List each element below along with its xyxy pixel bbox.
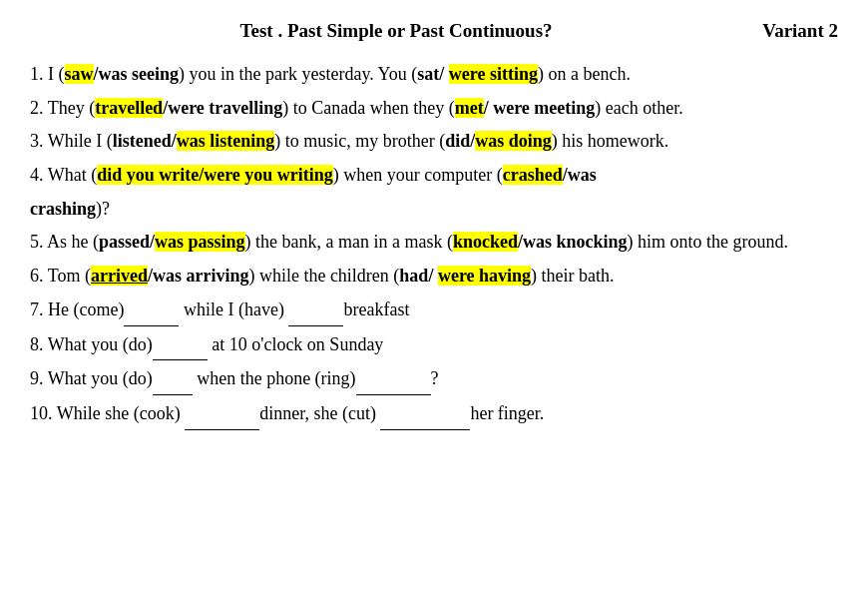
s7-blank2 [288,296,343,326]
sentence-1: 1. I (saw/was seeing) you in the park ye… [30,60,838,90]
s8-text: 8. What you (do) at 10 o'clock on Sunday [30,334,383,354]
header: Test . Past Simple or Past Continuous? V… [30,20,838,42]
s1-option2a: sat/ [417,64,444,84]
sentence-3: 3. While I (listened/was listening) to m… [30,127,838,157]
sentence-6: 6. Tom (arrived/was arriving) while the … [30,262,838,292]
s9-blank1 [153,364,193,395]
sentence-10: 10. While she (cook) dinner, she (cut) h… [30,399,838,430]
s3-text: 3. While I (listened/was listening) to m… [30,131,668,151]
s6-answer1: arrived [91,266,148,286]
s4b-crashing: crashing [30,199,96,219]
s10-text: 10. While she (cook) dinner, she (cut) h… [30,403,544,423]
sentence-7: 7. He (come) while I (have) breakfast [30,296,838,326]
s7-blank1 [124,296,179,326]
s5-text: 5. As he (passed/was passing) the bank, … [30,232,788,252]
s6-option2: had/ [399,266,433,286]
sentence-5: 5. As he (passed/was passing) the bank, … [30,228,838,258]
s1-text: 1. I (saw/was seeing) you in the park ye… [30,64,631,84]
s10-blank1 [185,399,259,430]
s2-answer1: travelled [95,98,163,118]
test-title: Test . Past Simple or Past Continuous? [30,20,762,42]
sentence-4: 4. What (did you write/were you writing)… [30,161,838,191]
s3-answer1: was listening [177,131,275,151]
s6-slash1: /was arriving [148,266,249,286]
s2-answer2: met [455,98,484,118]
s1-slash1: /was seeing [94,64,180,84]
s5-answer2: knocked [453,232,518,252]
s5-answer1: was passing [155,232,245,252]
s6-text: 6. Tom (arrived/was arriving) while the … [30,266,615,286]
variant-label: Variant 2 [762,20,838,42]
s8-blank1 [153,330,208,361]
s2-slash2: / were meeting [484,98,596,118]
s2-text: 2. They (travelled/were travelling) to C… [30,98,683,118]
s4-answer2: crashed [503,165,563,185]
s3-option2: did/ [445,131,475,151]
s3-option1: listened/ [113,131,177,151]
sentence-2: 2. They (travelled/were travelling) to C… [30,94,838,124]
s4-text: 4. What (did you write/were you writing)… [30,165,597,185]
s7-text: 7. He (come) while I (have) breakfast [30,299,409,319]
s5-option1: passed/ [99,232,155,252]
s4-answer1: did you write/were you writing [97,165,333,185]
content-area: 1. I (saw/was seeing) you in the park ye… [30,60,838,430]
s6-answer2: were having [438,266,531,286]
sentence-8: 8. What you (do) at 10 o'clock on Sunday [30,330,838,361]
s9-blank2 [356,364,431,395]
s2-slash1: /were travelling [163,98,282,118]
s3-answer2: was doing [475,131,552,151]
s9-text: 9. What you (do) when the phone (ring) ? [30,368,439,388]
s4-slash2: /was [563,165,597,185]
sentence-9: 9. What you (do) when the phone (ring) ? [30,364,838,395]
s4b-text: crashing)? [30,199,110,219]
s5-slash2: /was knocking [518,232,628,252]
s1-answer1: saw [65,64,94,84]
sentence-4b: crashing)? [30,195,838,225]
s1-answer2: were sitting [449,64,538,84]
s10-blank2 [380,399,470,430]
